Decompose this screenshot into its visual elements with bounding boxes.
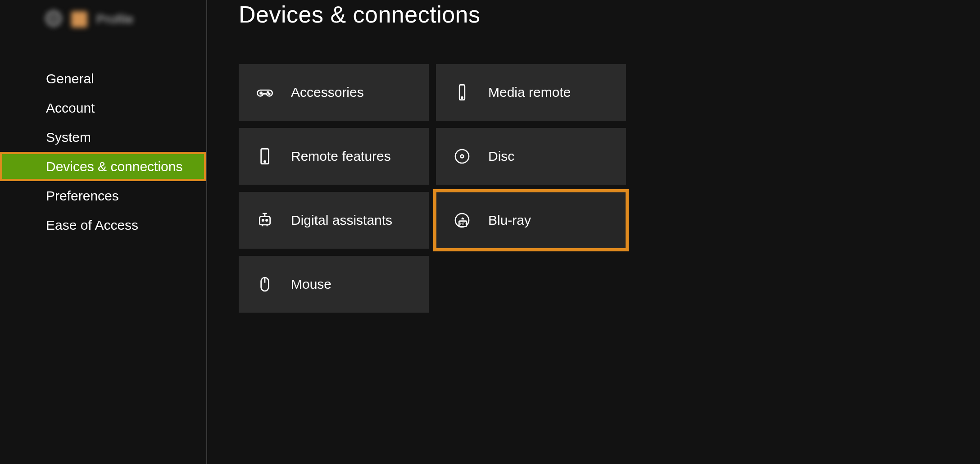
svg-point-0 [51, 16, 56, 21]
svg-point-1 [267, 92, 268, 93]
mouse-icon [256, 275, 274, 293]
svg-point-4 [462, 97, 463, 98]
svg-point-6 [264, 161, 266, 162]
svg-point-10 [262, 219, 263, 221]
svg-rect-9 [259, 217, 270, 225]
controller-icon [256, 83, 274, 101]
sidebar-item-label: Preferences [46, 188, 119, 204]
page-title: Devices & connections [239, 1, 481, 28]
sidebar-item-system[interactable]: System [0, 123, 206, 152]
tile-media-remote[interactable]: Media remote [436, 64, 626, 121]
sidebar-list: General Account System Devices & connect… [0, 64, 206, 240]
profile-name: Profile [96, 12, 134, 27]
tile-label: Blu-ray [488, 213, 531, 228]
sidebar-item-label: Devices & connections [46, 159, 183, 174]
sidebar-item-general[interactable]: General [0, 64, 206, 93]
sidebar-item-label: Ease of Access [46, 218, 138, 233]
tile-grid: Accessories Media remote [239, 64, 626, 313]
svg-point-7 [455, 150, 469, 163]
sidebar-item-ease-of-access[interactable]: Ease of Access [0, 210, 206, 240]
svg-point-11 [266, 219, 268, 221]
avatar [71, 11, 87, 27]
tile-digital-assistants[interactable]: Digital assistants [239, 192, 429, 249]
tile-label: Remote features [291, 149, 391, 164]
sidebar-item-account[interactable]: Account [0, 93, 206, 123]
tile-bluray[interactable]: HD Blu-ray [436, 192, 626, 249]
tile-remote-features[interactable]: Remote features [239, 128, 429, 185]
tile-disc[interactable]: Disc [436, 128, 626, 185]
robot-icon [256, 211, 274, 229]
svg-point-2 [269, 93, 270, 95]
disc-icon [453, 147, 471, 165]
tile-label: Mouse [291, 277, 331, 292]
svg-point-8 [461, 155, 464, 158]
sidebar-item-devices-connections[interactable]: Devices & connections [0, 152, 206, 181]
sidebar-item-label: General [46, 71, 94, 86]
tile-label: Digital assistants [291, 213, 392, 228]
tile-label: Media remote [488, 85, 571, 100]
tablet-icon [256, 147, 274, 165]
gear-icon [45, 10, 62, 29]
tile-label: Accessories [291, 85, 364, 100]
bluray-icon: HD [453, 211, 471, 229]
main: Devices & connections Accessories [221, 0, 980, 464]
svg-text:HD: HD [460, 222, 466, 226]
sidebar-item-label: Account [46, 100, 95, 116]
sidebar: Profile General Account System Devices &… [0, 0, 207, 464]
tile-accessories[interactable]: Accessories [239, 64, 429, 121]
tile-mouse[interactable]: Mouse [239, 256, 429, 313]
sidebar-item-label: System [46, 130, 91, 145]
sidebar-header: Profile [45, 10, 134, 29]
phone-icon [453, 83, 471, 101]
sidebar-item-preferences[interactable]: Preferences [0, 181, 206, 210]
tile-label: Disc [488, 149, 514, 164]
